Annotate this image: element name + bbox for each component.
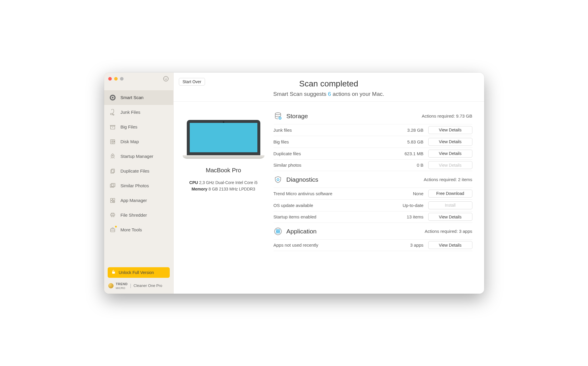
sidebar-item-similar-photos[interactable]: Similar Photos (104, 178, 173, 193)
nav-label: Junk Files (121, 110, 141, 115)
nav-label: Smart Scan (121, 95, 144, 100)
shredder-icon (109, 211, 116, 219)
box-icon (109, 123, 116, 131)
minimize-window-button[interactable] (114, 77, 118, 81)
row-action-button: Install (428, 201, 472, 209)
row-label: Big files (274, 139, 390, 144)
nav-label: Similar Photos (121, 183, 149, 188)
nav-list: Smart Scan Junk Files Big Files Disk Map (104, 85, 173, 267)
row-label: Trend Micro antivirus software (274, 191, 390, 196)
row-value: 3.28 GB (390, 128, 428, 133)
row-label: Startup items enabled (274, 214, 390, 219)
svg-point-5 (112, 97, 114, 98)
sidebar-item-more-tools[interactable]: More Tools (104, 223, 173, 237)
sidebar-item-junk-files[interactable]: Junk Files (104, 105, 173, 120)
device-memory: Memory 8 GB 2133 MHz LPDDR3 (191, 187, 255, 191)
nav-label: Disk Map (121, 139, 139, 144)
trend-micro-logo-icon (108, 283, 114, 288)
nav-label: File Shredder (121, 213, 147, 218)
row-label: Junk files (274, 128, 390, 133)
section-header-application: Application Actions required: 3 apps (274, 223, 472, 239)
svg-rect-25 (112, 272, 115, 273)
row-action-button[interactable]: View Details (428, 150, 472, 158)
row-value: None (390, 191, 428, 196)
row-action-button[interactable]: View Details (428, 126, 472, 134)
diagnostics-icon (274, 175, 282, 184)
sidebar-item-file-shredder[interactable]: File Shredder (104, 208, 173, 223)
row-value: 13 items (390, 214, 428, 219)
svg-rect-30 (276, 230, 278, 231)
storage-icon (274, 112, 282, 121)
row-label: Apps not used recently (274, 243, 390, 248)
section-requirement: Actions required: 9.73 GB (422, 113, 472, 118)
vacuum-icon (109, 108, 116, 116)
section-header-storage: Storage Actions required: 9.73 GB (274, 108, 472, 124)
zoom-window-button[interactable] (120, 77, 124, 81)
main-header: Start Over Scan completed Smart Scan sug… (174, 73, 484, 102)
brand-separator: | (130, 283, 131, 288)
target-icon (109, 94, 116, 101)
svg-point-13 (112, 155, 113, 156)
lock-open-icon (111, 270, 116, 275)
svg-rect-8 (110, 126, 115, 129)
row-action-button[interactable]: Free Download (428, 190, 472, 198)
section-requirement: Actions required: 3 apps (425, 229, 472, 234)
page-title: Scan completed (182, 79, 475, 88)
svg-point-7 (113, 114, 114, 115)
support-icon[interactable] (163, 76, 169, 82)
row-action-button[interactable]: View Details (428, 213, 472, 221)
svg-rect-31 (278, 230, 280, 231)
nav-label: Big Files (121, 124, 138, 129)
row-value: 623.1 MB (390, 151, 428, 156)
result-row: Junk files3.28 GBView Details (274, 124, 472, 136)
start-over-button[interactable]: Start Over (179, 78, 205, 86)
notification-dot-icon (115, 225, 117, 228)
unlock-label: Unlock Full Version (119, 270, 154, 275)
row-value: 3 apps (390, 243, 428, 248)
nav-label: App Manager (121, 198, 147, 203)
sidebar-item-smart-scan[interactable]: Smart Scan (104, 90, 173, 105)
close-window-button[interactable] (108, 77, 112, 81)
section-requirement: Actions required: 2 items (424, 177, 472, 182)
device-cpu: CPU 2,3 GHz Dual-Core Intel Core i5 (189, 180, 258, 185)
row-action-button: View Details (428, 161, 472, 169)
row-action-button[interactable]: View Details (428, 241, 472, 249)
app-window: Smart Scan Junk Files Big Files Disk Map (104, 73, 484, 294)
page-subtitle: Smart Scan suggests 6 actions on your Ma… (182, 91, 475, 97)
brand-name-2: MICRO (116, 287, 126, 290)
sidebar-item-startup-manager[interactable]: Startup Manager (104, 149, 173, 164)
row-action-button[interactable]: View Details (428, 138, 472, 146)
result-row: OS update availableUp-to-dateInstall (274, 199, 472, 211)
nav-label: More Tools (121, 227, 142, 232)
row-value: 0 B (390, 163, 428, 168)
duplicate-icon (109, 167, 116, 175)
result-row: Apps not used recently3 appsView Details (274, 239, 472, 251)
sidebar-item-app-manager[interactable]: App Manager (104, 193, 173, 208)
result-row: Trend Micro antivirus softwareNoneFree D… (274, 188, 472, 199)
briefcase-icon (109, 226, 116, 234)
disk-icon (109, 138, 116, 146)
svg-point-0 (163, 76, 168, 81)
svg-rect-18 (110, 198, 112, 200)
sidebar-item-duplicate-files[interactable]: Duplicate Files (104, 164, 173, 178)
result-row: Startup items enabled13 itemsView Detail… (274, 211, 472, 223)
brand-footer: TREND MICRO | Cleaner One Pro (104, 282, 173, 294)
result-row: Similar photos0 BView Details (274, 159, 472, 171)
svg-rect-15 (111, 169, 114, 172)
sidebar-item-big-files[interactable]: Big Files (104, 120, 173, 134)
svg-rect-6 (110, 113, 112, 115)
results-panel: Storage Actions required: 9.73 GB Junk f… (274, 102, 484, 294)
svg-point-26 (275, 113, 281, 115)
sidebar-item-disk-map[interactable]: Disk Map (104, 134, 173, 149)
row-label: Duplicate files (274, 151, 390, 156)
svg-point-1 (165, 78, 165, 78)
section-title: Diagnostics (286, 176, 319, 183)
unlock-full-version-button[interactable]: Unlock Full Version (108, 267, 170, 278)
svg-point-11 (112, 141, 113, 142)
result-row: Big files5.83 GBView Details (274, 136, 472, 148)
svg-point-28 (277, 178, 279, 181)
svg-point-22 (114, 201, 114, 202)
nav-label: Startup Manager (121, 154, 154, 159)
application-icon (274, 227, 282, 236)
svg-rect-20 (110, 200, 112, 202)
